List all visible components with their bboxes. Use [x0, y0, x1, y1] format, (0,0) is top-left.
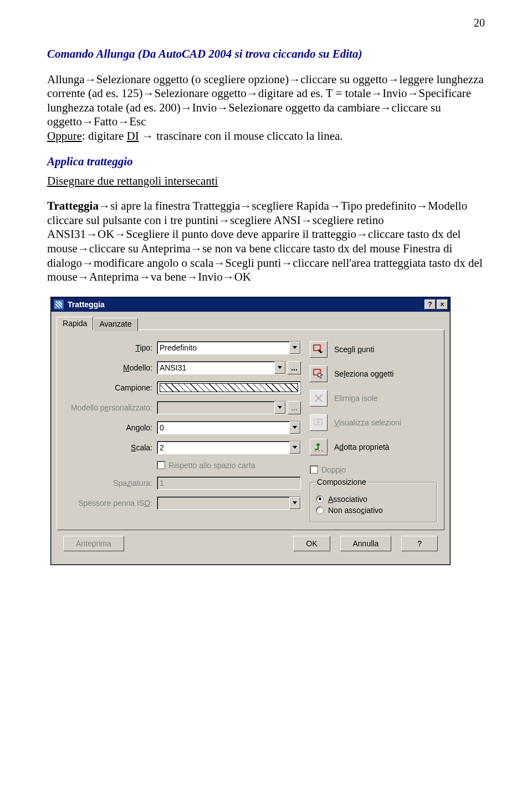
inherit-props-label: Adotta proprietà	[334, 443, 390, 451]
svg-rect-2	[314, 419, 322, 425]
remove-islands-label: Elimina isole	[334, 394, 378, 403]
select-objects-label: Seleziona oggetti	[334, 369, 393, 378]
checkbox-doppio: Doppio	[310, 465, 437, 474]
tratteggio-body: Tratteggia→si apre la finestra Tratteggi…	[47, 199, 485, 285]
tratteggia-dialog: Tratteggia ? × Rapida Avanzate Tipo: Pre…	[50, 297, 451, 565]
chevron-down-icon[interactable]	[289, 342, 300, 354]
tratteggio-subtitle: Disegnare due rettangoli intersecanti	[47, 174, 485, 189]
page-number: 20	[47, 17, 485, 29]
close-button[interactable]: ×	[437, 299, 448, 309]
checkbox-icon	[157, 461, 165, 469]
checkbox-icon	[310, 465, 318, 474]
tab-strip: Rapida Avanzate	[57, 316, 444, 329]
help-button[interactable]: ?	[424, 299, 436, 309]
view-selections-button	[310, 414, 328, 431]
label-tipo: Tipo:	[64, 343, 157, 352]
help-dialog-button[interactable]: ?	[401, 536, 438, 551]
hatch-swatch[interactable]	[157, 381, 301, 394]
dialog-titlebar[interactable]: Tratteggia ? ×	[51, 297, 450, 312]
view-selections-label: Visualizza selezioni	[334, 418, 401, 427]
label-personalizzato: Modello personalizzato:	[64, 403, 157, 412]
combo-tipo[interactable]: Predefinito	[157, 341, 301, 354]
combo-angolo[interactable]: 0	[157, 421, 301, 434]
composizione-legend: Composizione	[315, 478, 369, 486]
chevron-down-icon[interactable]	[274, 362, 285, 374]
tab-rapida[interactable]: Rapida	[57, 317, 93, 330]
di-label: DI	[126, 129, 139, 143]
browse-model-button[interactable]: ...	[288, 361, 301, 374]
select-objects-button[interactable]	[310, 365, 328, 382]
dialog-button-bar: Anteprima OK Annulla ?	[57, 530, 444, 558]
chevron-down-icon[interactable]	[289, 422, 300, 434]
anteprima-button: Anteprima	[63, 536, 124, 551]
chevron-down-icon	[289, 497, 300, 509]
label-spessore: Spessore penna ISO:	[64, 499, 157, 507]
label-campione: Campione:	[64, 383, 157, 392]
dialog-title: Tratteggia	[68, 300, 105, 309]
section-title-tratteggio: Applica tratteggio	[47, 155, 485, 169]
combo-spessore	[157, 496, 301, 510]
oppure-label: Oppure	[47, 129, 82, 143]
svg-point-3	[317, 421, 319, 423]
radio-icon[interactable]	[316, 495, 324, 503]
chevron-down-icon[interactable]	[289, 441, 300, 454]
combo-personalizzato	[157, 401, 286, 414]
document-page: 20 Comando Allunga (Da AutoCAD 2004 si t…	[0, 0, 532, 587]
label-scala: Scala:	[64, 443, 157, 452]
remove-islands-icon	[314, 393, 324, 403]
app-icon	[53, 299, 64, 310]
combo-modello[interactable]: ANSI31	[157, 361, 286, 374]
select-objects-icon	[313, 369, 324, 379]
browse-custom-button: ...	[288, 401, 301, 414]
right-column: Scegli punti Seleziona oggetti	[310, 341, 437, 523]
pick-points-icon	[313, 344, 324, 354]
pick-points-button[interactable]	[310, 341, 328, 358]
remove-islands-button	[310, 390, 328, 407]
checkbox-rispetto: Rispetto allo spazio carta	[157, 461, 301, 470]
input-spaziatura: 1	[157, 476, 301, 490]
tab-avanzate[interactable]: Avanzate	[93, 318, 137, 331]
label-angolo: Angolo:	[64, 423, 157, 432]
inherit-props-button[interactable]	[310, 439, 328, 455]
tab-panel-rapida: Tipo: Predefinito Modello: ANSI31	[57, 329, 444, 530]
inherit-props-icon	[313, 442, 324, 452]
radio-icon[interactable]	[316, 506, 324, 514]
screenshot-dialog-wrap: Tratteggia ? × Rapida Avanzate Tipo: Pre…	[47, 297, 485, 565]
pick-points-label: Scegli punti	[334, 345, 374, 354]
left-column: Tipo: Predefinito Modello: ANSI31	[64, 341, 301, 523]
allunga-paragraph: Allunga→Selezionare oggetto (o scegliere…	[47, 73, 485, 144]
label-modello: Modello:	[64, 363, 157, 372]
annulla-button[interactable]: Annulla	[340, 536, 392, 551]
radio-associativo[interactable]: Associativo	[316, 495, 431, 504]
ok-button[interactable]: OK	[293, 536, 330, 551]
chevron-down-icon	[274, 402, 285, 414]
label-spaziatura: Spaziatura:	[64, 479, 157, 488]
combo-scala[interactable]: 2	[157, 441, 301, 454]
section-title-allunga: Comando Allunga (Da AutoCAD 2004 si trov…	[47, 47, 485, 62]
view-selections-icon	[313, 418, 324, 427]
radio-non-associativo[interactable]: Non associativo	[316, 506, 431, 515]
composizione-group: Composizione Associativo Non associativo	[310, 482, 437, 523]
